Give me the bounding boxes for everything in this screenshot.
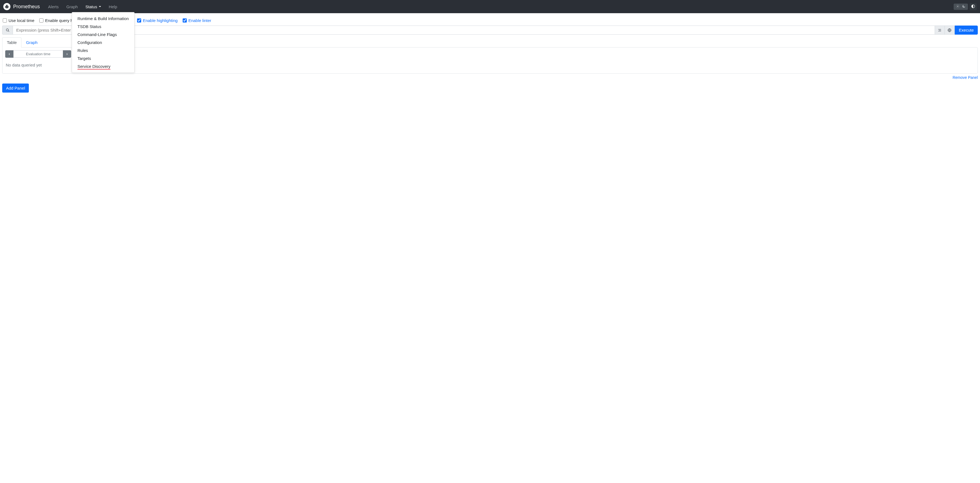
remove-panel-row: Remove Panel [2,75,978,80]
tabs: Table Graph [2,37,978,48]
dropdown-targets[interactable]: Targets [72,54,134,62]
panel-body: Evaluation time No data queried yet [2,47,978,73]
tab-table[interactable]: Table [2,37,21,48]
sun-icon [956,5,960,9]
eval-time-label[interactable]: Evaluation time [13,50,63,58]
dropdown-service-discovery[interactable]: Service Discovery [72,62,134,70]
brand[interactable]: Prometheus [3,3,40,10]
theme-auto-button[interactable] [970,3,977,10]
navbar-right [954,3,977,10]
nav-help[interactable]: Help [106,2,120,11]
option-use-local-time[interactable]: Use local time [3,18,34,23]
use-local-time-checkbox[interactable] [3,18,7,22]
options-row: Use local time Enable query history Enab… [2,15,978,26]
nav-status[interactable]: Status [83,2,104,11]
nav-status-label: Status [86,5,97,9]
globe-button[interactable] [945,26,955,35]
prometheus-logo-icon [3,3,10,10]
enable-highlighting-checkbox[interactable] [137,18,141,22]
add-panel-button[interactable]: Add Panel [2,83,29,92]
dropdown-rules[interactable]: Rules [72,46,134,54]
svg-line-3 [8,30,9,32]
enable-highlighting-label: Enable highlighting [143,18,178,23]
expression-input[interactable] [13,26,935,35]
option-enable-highlighting[interactable]: Enable highlighting [137,18,178,23]
tab-graph[interactable]: Graph [21,37,42,48]
status-dropdown-menu: Runtime & Build Information TSDB Status … [72,12,135,73]
eval-time-next-button[interactable] [63,50,71,58]
svg-point-0 [957,5,959,7]
eval-time-prev-button[interactable] [5,50,13,58]
nav-graph[interactable]: Graph [64,2,81,11]
remove-panel-link[interactable]: Remove Panel [953,75,978,80]
dropdown-configuration[interactable]: Configuration [72,38,134,46]
chevron-right-icon [66,53,68,56]
search-icon [6,28,10,32]
dropdown-tsdb-status[interactable]: TSDB Status [72,22,134,30]
enable-linter-checkbox[interactable] [183,18,187,22]
moon-icon [962,5,966,9]
globe-icon [948,28,951,32]
svg-point-2 [6,29,8,31]
enable-linter-label: Enable linter [188,18,211,23]
search-icon-box[interactable] [2,26,13,35]
navbar-left: Prometheus Alerts Graph Status Help [3,2,120,11]
use-local-time-label: Use local time [8,18,34,23]
dropdown-runtime-build[interactable]: Runtime & Build Information [72,14,134,22]
format-icon [938,28,942,32]
no-data-message: No data queried yet [5,61,975,71]
dropdown-command-line-flags[interactable]: Command-Line Flags [72,30,134,38]
theme-toggle-group[interactable] [954,3,968,10]
caret-down-icon [99,6,101,7]
content: Use local time Enable query history Enab… [0,13,980,95]
execute-button[interactable]: Execute [955,26,978,35]
contrast-icon [971,5,975,9]
format-button[interactable] [935,26,945,35]
option-enable-linter[interactable]: Enable linter [183,18,211,23]
brand-text: Prometheus [13,4,40,10]
navbar: Prometheus Alerts Graph Status Help [0,0,980,13]
query-row: Execute [2,26,978,35]
enable-query-history-checkbox[interactable] [39,18,43,22]
evaluation-time-control: Evaluation time [5,50,71,58]
chevron-left-icon [8,53,11,56]
nav-alerts[interactable]: Alerts [45,2,61,11]
